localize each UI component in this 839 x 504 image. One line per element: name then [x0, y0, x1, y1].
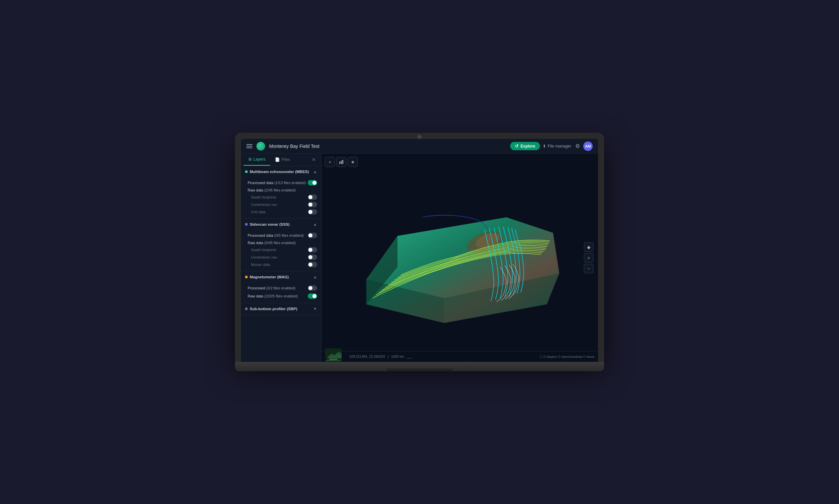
sss-centerbeam-label: Centerbeam nav: [251, 255, 277, 259]
mbes-swath-toggle[interactable]: [308, 195, 317, 200]
map-thumbnail[interactable]: Satellite: [325, 348, 342, 361]
add-layer-button[interactable]: +: [325, 157, 335, 167]
sss-swath-label: Swath footprints: [251, 248, 276, 252]
mag-title: Magnetometer (MAG): [250, 275, 311, 279]
mbes-processed-row: Processed data (1/13 files enabled): [241, 179, 321, 187]
tab-layers[interactable]: ⊞ Layers: [244, 154, 270, 166]
mbes-title: Multibeam echosounder (MBES): [250, 170, 311, 174]
sss-processed-toggle[interactable]: [308, 233, 317, 238]
sss-raw-row: Raw data (0/45 files enabled): [241, 239, 321, 246]
map-footer: Satellite -109.521484, 15.396293 | 1000 …: [321, 351, 598, 362]
map-controls: ◆ + −: [584, 242, 593, 273]
file-icon: 📄: [275, 157, 280, 162]
zoom-in-button[interactable]: +: [584, 253, 593, 263]
map-attribution: ⬡ © Mapbox © OpenStreetMap © Maxar: [540, 355, 595, 358]
chart-button[interactable]: [336, 157, 346, 167]
sss-raw-label: Raw data (0/45 files enabled): [248, 241, 296, 245]
sbp-chevron: ▼: [313, 306, 317, 311]
sbp-dot: [245, 307, 248, 310]
mbes-centerbeam-label: Centerbeam nav: [251, 202, 277, 206]
laptop-container: Monterey Bay Field Test Explore ⬆ File m…: [235, 133, 604, 371]
zoom-out-button[interactable]: −: [584, 264, 593, 273]
mbes-grid-toggle[interactable]: [308, 209, 317, 215]
topbar-center: Explore ⬆ File manager: [510, 142, 571, 150]
file-manager-button[interactable]: ⬆ File manager: [543, 144, 571, 148]
sss-mosaic-toggle[interactable]: [308, 262, 317, 267]
scale-text: 1000 km: [391, 355, 404, 358]
map-coordinates: -109.521484, 15.396293 | 1000 km ___: [348, 355, 413, 358]
section-sbp: Sub-bottom profiler (SBP) ▼: [241, 303, 321, 315]
scale-bar: ___: [407, 355, 413, 358]
mag-chevron: ▲: [313, 275, 317, 279]
explore-button[interactable]: Explore: [510, 142, 540, 150]
tab-files[interactable]: 📄 Files: [270, 154, 295, 166]
sidebar: ⊞ Layers 📄 Files ✕: [241, 154, 321, 362]
mbes-swath-label: Swath footprints: [251, 195, 276, 199]
mag-processed-toggle[interactable]: [308, 285, 317, 291]
mapbox-icon: ⬡: [540, 355, 542, 358]
terrain-visualization: [321, 154, 598, 362]
section-sss: Sidescan sonar (SSS) ▲ Processed data (0…: [241, 219, 321, 271]
section-mag-header[interactable]: Magnetometer (MAG) ▲: [241, 271, 321, 283]
mag-body: Processed (2/2 files enabled) Raw data (…: [241, 283, 321, 303]
sidebar-close-icon[interactable]: ✕: [309, 154, 318, 166]
sss-swath-toggle[interactable]: [308, 247, 317, 252]
mag-raw-toggle[interactable]: [308, 293, 317, 299]
section-mbes-header[interactable]: Multibeam echosounder (MBES) ▲: [241, 166, 321, 177]
app-container: Monterey Bay Field Test Explore ⬆ File m…: [241, 139, 598, 362]
map-toolbar: + ★: [325, 157, 358, 167]
layers-icon: ⊞: [248, 157, 252, 162]
scale-separator: |: [388, 355, 389, 358]
mbes-grid-label: Grid data: [251, 210, 265, 214]
section-sss-header[interactable]: Sidescan sonar (SSS) ▲: [241, 219, 321, 230]
mapbox-logo: ⬡ © Mapbox © OpenStreetMap © Maxar: [540, 355, 595, 358]
mag-raw-row: Raw data (23/25 files enabled): [241, 292, 321, 300]
file-manager-label: File manager: [548, 144, 571, 148]
map-container[interactable]: + ★: [321, 154, 598, 362]
menu-button[interactable]: [246, 144, 252, 148]
svg-rect-0: [339, 162, 340, 164]
topbar: Monterey Bay Field Test Explore ⬆ File m…: [241, 139, 598, 154]
mbes-raw-row: Raw data (2/45 files enabled): [241, 187, 321, 194]
section-mag: Magnetometer (MAG) ▲ Processed (2/2 file…: [241, 271, 321, 303]
sss-swath-row: Swath footprints: [241, 246, 321, 253]
mag-processed-row: Processed (2/2 files enabled): [241, 284, 321, 292]
app-logo: [257, 142, 265, 150]
laptop-body: Monterey Bay Field Test Explore ⬆ File m…: [235, 133, 604, 362]
mbes-processed-label: Processed data (1/13 files enabled): [248, 181, 306, 185]
mbes-processed-toggle[interactable]: [308, 180, 317, 185]
svg-rect-2: [342, 160, 343, 164]
section-sbp-header[interactable]: Sub-bottom profiler (SBP) ▼: [241, 303, 321, 314]
sss-body: Processed data (0/5 files enabled) Raw d…: [241, 230, 321, 271]
mag-dot: [245, 276, 248, 278]
main-area: ⊞ Layers 📄 Files ✕: [241, 154, 598, 362]
sidebar-tabs: ⊞ Layers 📄 Files ✕: [241, 154, 321, 166]
section-mbes: Multibeam echosounder (MBES) ▲ Processed…: [241, 166, 321, 219]
mbes-chevron: ▲: [313, 169, 317, 174]
app-title: Monterey Bay Field Test: [269, 144, 506, 149]
thumbnail-label: Satellite: [325, 358, 342, 360]
sss-processed-row: Processed data (0/5 files enabled): [241, 231, 321, 239]
sss-centerbeam-row: Centerbeam nav: [241, 253, 321, 261]
compass-button[interactable]: ◆: [584, 242, 593, 252]
terrain-svg: [335, 164, 584, 352]
topbar-right: ⚙ AM: [575, 142, 593, 151]
sss-chevron: ▲: [313, 222, 317, 227]
sss-centerbeam-toggle[interactable]: [308, 254, 317, 260]
upload-icon: ⬆: [543, 144, 546, 148]
mbes-raw-label: Raw data (2/45 files enabled): [248, 188, 296, 192]
mbes-centerbeam-row: Centerbeam nav: [241, 201, 321, 208]
settings-icon[interactable]: ⚙: [575, 143, 580, 149]
sbp-title: Sub-bottom profiler (SBP): [250, 307, 311, 311]
mbes-dot: [245, 170, 248, 173]
laptop-screen: Monterey Bay Field Test Explore ⬆ File m…: [241, 139, 598, 362]
bookmark-button[interactable]: ★: [348, 157, 358, 167]
mag-raw-label: Raw data (23/25 files enabled): [248, 294, 298, 298]
sss-title: Sidescan sonar (SSS): [250, 222, 311, 226]
svg-rect-1: [341, 161, 342, 164]
coords-text: -109.521484, 15.396293: [348, 355, 385, 358]
avatar[interactable]: AM: [583, 142, 593, 151]
mbes-centerbeam-toggle[interactable]: [308, 202, 317, 207]
sss-mosaic-label: Mosaic data: [251, 263, 270, 267]
laptop-camera: [418, 135, 421, 139]
